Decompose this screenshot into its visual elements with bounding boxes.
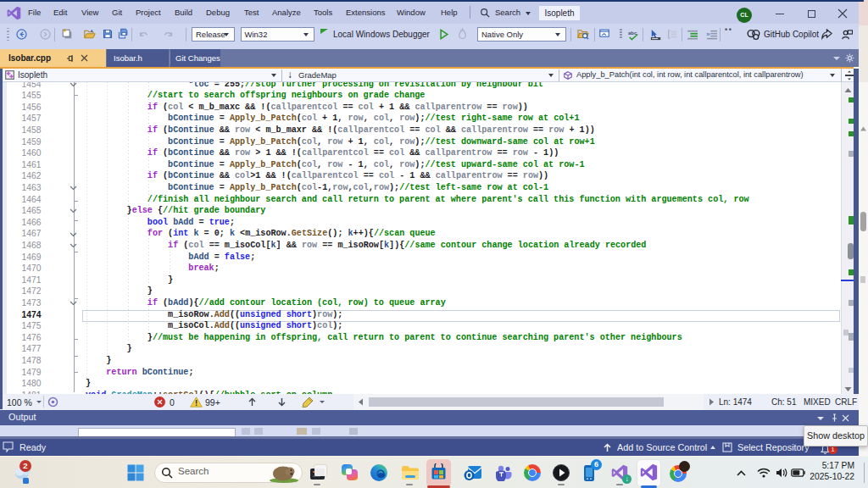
svg-text:»: » xyxy=(706,30,709,37)
svg-text:abc: abc xyxy=(628,30,637,35)
